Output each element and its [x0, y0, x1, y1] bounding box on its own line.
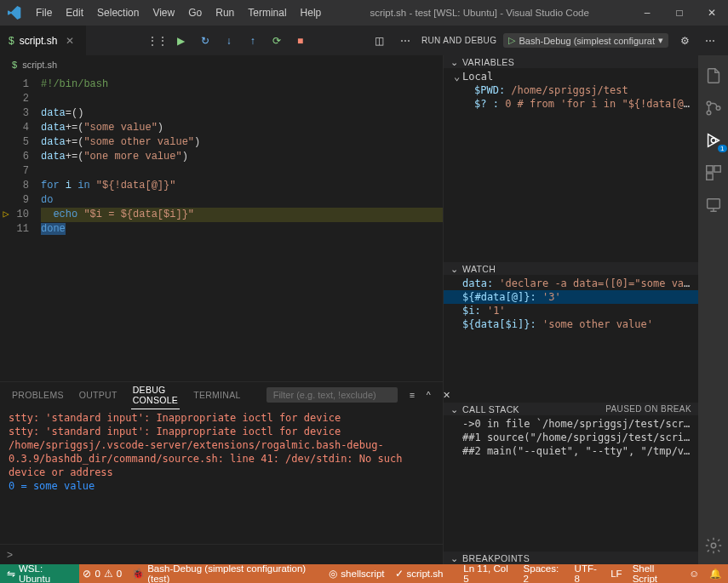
maximize-panel-icon[interactable]: ^ [427, 386, 431, 404]
close-tab-icon[interactable]: ✕ [62, 33, 77, 49]
restart-button[interactable]: ⟳ [267, 31, 286, 50]
panel-tab-problems[interactable]: PROBLEMS [10, 386, 66, 403]
close-button[interactable]: ✕ [696, 0, 728, 26]
tab-script-sh[interactable]: $ script.sh ✕ [0, 26, 87, 55]
language-mode[interactable]: Shell Script [633, 563, 679, 583]
panel-tab-debug-console[interactable]: DEBUG CONSOLE [131, 381, 180, 409]
menu-go[interactable]: Go [181, 2, 209, 24]
more-actions-icon[interactable]: ⋯ [396, 31, 415, 50]
watch-row[interactable]: ${#data[@]}: '3' [444, 290, 698, 304]
chevron-down-icon: ⌄ [450, 553, 459, 563]
debug-settings-icon[interactable]: ⚙ [675, 31, 694, 50]
svg-point-0 [707, 101, 711, 106]
execution-pointer-icon: ▷ [3, 208, 9, 222]
panel-tab-output[interactable]: OUTPUT [77, 386, 119, 403]
debug-side-panel: ⌄VARIABLES ⌄Local $PWD: /home/spriggsj/t… [443, 55, 698, 564]
feedback-icon[interactable]: ☺ [689, 569, 699, 579]
remote-explorer-icon[interactable] [703, 195, 724, 215]
debug-more-icon[interactable]: ⋯ [701, 31, 719, 50]
watch-row[interactable]: data: 'declare -a data=([0]="some value"… [444, 277, 698, 290]
continue-button[interactable]: ▶ [172, 31, 191, 50]
svg-rect-5 [714, 166, 719, 172]
remote-indicator[interactable]: ⇋ WSL: Ubuntu [0, 564, 79, 583]
debug-status[interactable]: 🐞 Bash-Debug (simplest configuration) (t… [132, 563, 318, 583]
run-and-debug-label: RUN AND DEBUG [421, 36, 497, 45]
variable-row[interactable]: $? : 0 # from 'for i in "${!data[@]}"' [444, 97, 698, 111]
menu-terminal[interactable]: Terminal [241, 2, 293, 24]
menu-edit[interactable]: Edit [59, 2, 90, 24]
breadcrumb[interactable]: $ script.sh [0, 55, 443, 74]
svg-point-3 [711, 138, 716, 143]
bottom-panel: PROBLEMS OUTPUT DEBUG CONSOLE TERMINAL ≡… [0, 381, 443, 564]
status-bar: ⇋ WSL: Ubuntu ⊘0 ⚠0 🐞 Bash-Debug (simple… [0, 564, 728, 583]
window-title: script.sh - test [WSL: Ubuntu] - Visual … [328, 8, 631, 18]
debug-icon: 🐞 [132, 568, 144, 580]
warning-icon: ⚠ [104, 568, 113, 580]
vscode-logo [0, 6, 29, 20]
maximize-button[interactable]: □ [663, 0, 696, 26]
variable-row[interactable]: $PWD: /home/spriggsj/test [444, 83, 698, 97]
chevron-down-icon: ⌄ [450, 404, 459, 414]
tab-label: script.sh [20, 35, 58, 47]
callstack-frame[interactable]: ##2 main("--quiet", "--tty", "/tmp/vscod… [444, 444, 698, 458]
indent-status[interactable]: Spaces: 2 [524, 563, 565, 583]
settings-gear-icon[interactable] [703, 535, 724, 556]
section-callstack-header[interactable]: ⌄CALL STACK PAUSED ON BREAK [444, 403, 698, 415]
extensions-icon[interactable] [703, 163, 724, 183]
error-icon: ⊘ [83, 568, 91, 580]
watch-row[interactable]: ${data[$i]}: 'some other value' [444, 317, 698, 331]
remote-icon: ⇋ [7, 568, 15, 580]
section-watch-header[interactable]: ⌄WATCH [444, 262, 698, 275]
debug-console-filter-input[interactable] [267, 387, 398, 403]
play-icon: ▷ [508, 35, 515, 46]
debug-console-input[interactable]: > [0, 544, 443, 564]
split-editor-icon[interactable]: ◫ [370, 31, 389, 50]
section-breakpoints-header[interactable]: ⌄BREAKPOINTS [444, 552, 698, 564]
tab-bar: $ script.sh ✕ ⋮⋮ ▶ ↻ ↓ ↑ ⟳ ■ ◫ ⋯ RUN AND… [0, 26, 728, 55]
svg-point-8 [711, 543, 716, 548]
callstack-status: PAUSED ON BREAK [605, 404, 691, 414]
shell-file-icon: $ [12, 60, 17, 70]
stop-button[interactable]: ■ [291, 31, 310, 50]
source-control-icon[interactable] [703, 98, 724, 118]
shell-file-icon: $ [9, 35, 14, 47]
debug-config-selector[interactable]: ▷ Bash-Debug (simplest configurat ▾ [503, 33, 668, 48]
menu-view[interactable]: View [146, 2, 181, 24]
svg-point-1 [707, 111, 711, 115]
target-icon: ◎ [329, 568, 337, 580]
scope-local[interactable]: ⌄Local [444, 70, 698, 83]
code-content[interactable]: #!/bin/bash data=() data+=("some value")… [36, 74, 443, 381]
problems-indicator[interactable]: ⊘0 ⚠0 [83, 568, 122, 580]
menu-file[interactable]: File [29, 2, 59, 24]
menu-bar: File Edit Selection View Go Run Terminal… [29, 2, 328, 24]
explorer-icon[interactable] [703, 66, 724, 86]
run-debug-icon[interactable] [703, 130, 724, 151]
menu-run[interactable]: Run [209, 2, 241, 24]
svg-rect-7 [707, 199, 719, 209]
file-status[interactable]: ✓ script.sh [395, 568, 444, 580]
menu-selection[interactable]: Selection [90, 2, 146, 24]
notifications-icon[interactable]: 🔔 [709, 568, 721, 580]
code-editor[interactable]: ▷ 123456 7891011 #!/bin/bash data=() dat… [0, 74, 443, 381]
language-selection[interactable]: ◎ shellscript [329, 568, 384, 580]
breakpoint-gutter[interactable]: ▷ [0, 74, 12, 381]
panel-tab-terminal[interactable]: TERMINAL [192, 386, 243, 403]
menu-help[interactable]: Help [294, 2, 329, 24]
encoding-status[interactable]: UTF-8 [575, 563, 601, 583]
step-into-button[interactable]: ↓ [220, 31, 238, 50]
eol-status[interactable]: LF [610, 569, 622, 579]
chevron-down-icon: ⌄ [450, 264, 459, 274]
cursor-position[interactable]: Ln 11, Col 5 [463, 563, 513, 583]
clear-console-icon[interactable]: ≡ [410, 386, 415, 404]
step-over-button[interactable]: ↻ [196, 31, 215, 50]
svg-rect-4 [706, 166, 712, 172]
callstack-frame[interactable]: ->0 in file `/home/spriggsj/test/script.… [444, 417, 698, 431]
debug-console-output[interactable]: stty: 'standard input': Inappropriate io… [0, 408, 443, 544]
step-out-button[interactable]: ↑ [244, 31, 262, 50]
line-number-gutter: 123456 7891011 [12, 74, 36, 381]
minimize-button[interactable]: – [631, 0, 663, 26]
section-variables-header[interactable]: ⌄VARIABLES [444, 55, 698, 68]
debug-drag-handle-icon[interactable]: ⋮⋮ [148, 31, 167, 50]
callstack-frame[interactable]: ##1 source("/home/spriggsj/test/script.s… [444, 431, 698, 444]
watch-row[interactable]: $i: '1' [444, 304, 698, 317]
